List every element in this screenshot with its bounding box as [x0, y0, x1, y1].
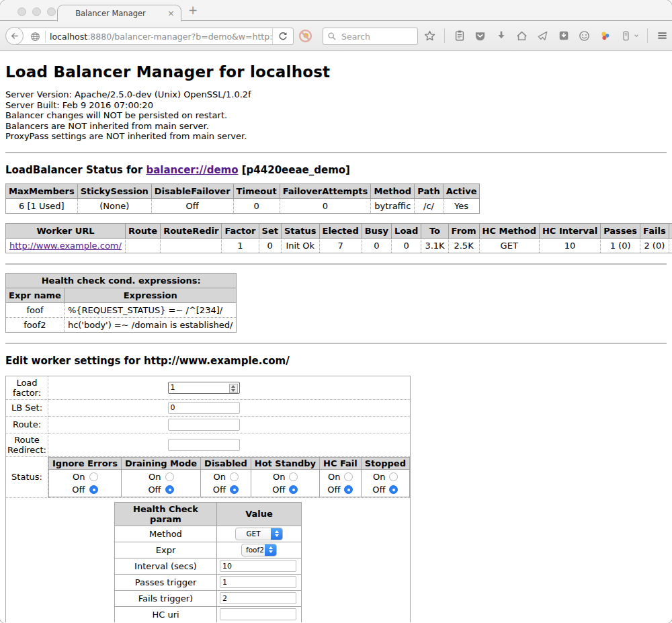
- reload-button[interactable]: [272, 28, 293, 44]
- menu-hamburger-icon[interactable]: [656, 30, 669, 42]
- heading-prefix: LoadBalancer Status for: [5, 164, 146, 176]
- radio-hc-fail-on[interactable]: [344, 472, 353, 481]
- on-label: On: [328, 472, 340, 482]
- column-header: Load: [392, 223, 421, 238]
- column-header: Ignore Errors: [49, 457, 122, 469]
- fails-trigger-input[interactable]: [220, 592, 296, 604]
- cell-disablefailover: Off: [151, 198, 233, 213]
- download-panel-icon[interactable]: [557, 30, 570, 42]
- cell-failoverattempts: 0: [280, 198, 371, 213]
- expr-select[interactable]: foof2: [241, 544, 277, 556]
- feedback-smiley-icon[interactable]: [578, 30, 591, 42]
- minimize-window-button[interactable]: [32, 7, 41, 16]
- method-select[interactable]: GET: [235, 528, 283, 540]
- form-row: Passes trigger: [115, 574, 302, 590]
- reload-icon: [278, 32, 288, 41]
- column-header: HC uri: [669, 223, 672, 238]
- back-arrow-icon: [9, 31, 19, 41]
- zoom-window-button[interactable]: [47, 7, 56, 16]
- pocket-icon[interactable]: [474, 30, 487, 42]
- content-blocker-button[interactable]: [298, 29, 312, 43]
- off-label: Off: [372, 485, 385, 495]
- divider: [5, 343, 667, 344]
- expr-label: Expr: [115, 542, 217, 558]
- close-window-button[interactable]: [17, 7, 26, 16]
- toolbar-divider: [647, 28, 648, 43]
- on-label: On: [149, 472, 161, 482]
- lb-set-label: LB Set:: [6, 399, 48, 416]
- selected-value: foof2: [242, 546, 265, 554]
- radio-draining-mode-off[interactable]: [165, 485, 174, 494]
- hc-uri-input[interactable]: [220, 608, 296, 620]
- route-redirect-label: Route Redirect:: [6, 433, 48, 456]
- table-row: foof %{REQUEST_STATUS} =~ /^[234]/: [6, 302, 237, 317]
- url-bar[interactable]: localhost:8880/balancer-manager?b=demo&w…: [15, 28, 294, 45]
- off-label: Off: [213, 485, 226, 495]
- clipboard-icon[interactable]: [453, 30, 466, 42]
- method-label: Method: [115, 526, 217, 542]
- fails-trigger-label: Fails trigger): [115, 590, 217, 606]
- column-header: Health Check param: [115, 502, 217, 526]
- worker-url-link[interactable]: http://www.example.com/: [9, 241, 122, 251]
- radio-ignore-errors-on[interactable]: [89, 472, 98, 481]
- server-info-line: Balancer changes will NOT be persisted o…: [5, 110, 667, 121]
- back-button[interactable]: [5, 27, 24, 45]
- radio-hot-standby-on[interactable]: [289, 472, 298, 481]
- on-label: On: [273, 472, 285, 482]
- server-info-line: ProxyPass settings are NOT inherited fro…: [5, 131, 667, 142]
- radio-draining-mode-on[interactable]: [165, 472, 174, 481]
- select-stepper-icon: [271, 528, 282, 540]
- search-input[interactable]: [340, 31, 413, 42]
- form-row: Method GET: [115, 526, 302, 542]
- extension-dots-icon[interactable]: [599, 30, 612, 42]
- bookmark-star-icon[interactable]: [423, 30, 436, 42]
- route-redirect-input[interactable]: [168, 439, 240, 451]
- status-label: Status:: [6, 456, 48, 497]
- new-tab-button[interactable]: +: [188, 3, 198, 17]
- url-path: :8880/balancer-manager?b=demo&w=http://w…: [87, 32, 272, 42]
- form-row: Route:: [6, 416, 411, 433]
- radio-disabled-on[interactable]: [230, 472, 239, 481]
- cell-path: /c/: [415, 198, 443, 213]
- passes-trigger-input[interactable]: [220, 576, 296, 588]
- server-info-line: Balancers are NOT inherited from main se…: [5, 121, 667, 132]
- tab-balancer-manager[interactable]: Balancer Manager ×: [57, 5, 181, 22]
- home-icon[interactable]: [515, 30, 528, 42]
- lb-set-input[interactable]: [168, 402, 240, 414]
- radio-hc-fail-off[interactable]: [344, 485, 353, 494]
- send-icon[interactable]: [536, 30, 549, 42]
- loadbalancer-status-heading: LoadBalancer Status for balancer://demo …: [5, 164, 667, 176]
- radio-ignore-errors-off[interactable]: [89, 485, 98, 494]
- device-menu[interactable]: [620, 30, 639, 42]
- column-header: Elected: [319, 223, 362, 238]
- column-header: Factor: [222, 223, 259, 238]
- download-icon[interactable]: [495, 30, 507, 42]
- on-label: On: [214, 472, 226, 482]
- on-label: On: [73, 472, 85, 482]
- column-header: Timeout: [233, 183, 280, 198]
- tab-close-icon[interactable]: ×: [167, 8, 175, 18]
- route-input[interactable]: [168, 419, 240, 431]
- interval-input[interactable]: [220, 560, 296, 572]
- balancer-demo-link[interactable]: balancer://demo: [146, 164, 238, 176]
- search-box[interactable]: [323, 28, 418, 45]
- server-info: Server Version: Apache/2.5.0-dev (Unix) …: [5, 89, 667, 142]
- navigation-toolbar: localhost:8880/balancer-manager?b=demo&w…: [0, 21, 672, 51]
- health-check-param-table: Health Check param Value Method GET Expr…: [114, 502, 302, 623]
- radio-disabled-off[interactable]: [230, 485, 239, 494]
- route-label: Route:: [6, 416, 48, 433]
- radio-stopped-off[interactable]: [389, 485, 398, 494]
- column-header: HC Fail: [320, 457, 362, 469]
- radio-hot-standby-off[interactable]: [289, 485, 298, 494]
- passes-trigger-label: Passes trigger: [115, 574, 217, 590]
- radio-stopped-on[interactable]: [389, 472, 398, 481]
- url-host: localhost: [50, 32, 87, 42]
- interval-label: Interval (secs): [115, 558, 217, 574]
- column-header: Hot Standby: [251, 457, 319, 469]
- column-header: Expression: [64, 288, 237, 302]
- heading-suffix: [p4420eeae_demo]: [239, 164, 350, 176]
- worker-row: http://www.example.com/ 1 0 Init Ok 7 0 …: [6, 238, 672, 253]
- number-stepper-icon[interactable]: [229, 384, 238, 393]
- tab-bar: Balancer Manager × +: [0, 0, 672, 21]
- column-header: MaxMembers: [6, 183, 78, 198]
